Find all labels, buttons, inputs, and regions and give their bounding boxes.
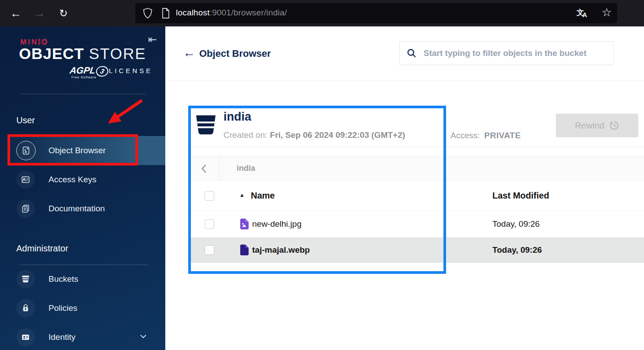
- divider: [189, 147, 644, 147]
- table-row[interactable]: new-delhi.jpg Today, 09:26: [189, 210, 644, 237]
- sidebar-item-buckets[interactable]: Buckets: [0, 265, 165, 294]
- page-icon: [161, 7, 171, 21]
- url-host: localhost: [176, 8, 210, 17]
- bookmark-star-icon[interactable]: ☆: [602, 6, 612, 19]
- breadcrumb-path[interactable]: india: [237, 164, 255, 173]
- sidebar-item-label: Object Browser: [48, 146, 106, 155]
- objects-table: ▲ Name Last Modified new-delhi.jpg Today…: [189, 181, 644, 263]
- bucket-created: Created on:Fri, Sep 06 2024 09:22:03 (GM…: [223, 130, 405, 140]
- main-content: ← Object Browser india Created on:Fri, S…: [165, 26, 644, 350]
- object-store-wordmark: OBJECT STORE: [19, 45, 146, 63]
- browser-forward-icon[interactable]: →: [30, 0, 49, 26]
- rewind-button[interactable]: Rewind: [556, 114, 638, 137]
- browser-chrome: ← → ↻ localhost:9001/browser/india/ 文 A …: [0, 0, 644, 26]
- sidebar-item-documentation[interactable]: Documentation: [0, 194, 165, 223]
- search-input[interactable]: [423, 42, 610, 64]
- table-header-row: ▲ Name Last Modified: [189, 181, 644, 210]
- object-filter-searchbox: [399, 41, 614, 65]
- sidebar-item-identity[interactable]: Identity: [0, 323, 165, 350]
- sidebar: MINIO OBJECT STORE AGPL3 Free Software L…: [0, 26, 165, 350]
- bucket-icon: [195, 115, 216, 137]
- breadcrumb-back-chevron[interactable]: [189, 156, 220, 181]
- sidebar-item-object-browser[interactable]: Object Browser: [0, 136, 165, 165]
- browser-back-icon[interactable]: ←: [6, 0, 26, 26]
- column-header-last-modified[interactable]: Last Modified: [492, 191, 549, 201]
- browser-reload-icon[interactable]: ↻: [54, 0, 73, 26]
- select-all-checkbox[interactable]: [205, 191, 214, 201]
- url-text[interactable]: localhost:9001/browser/india/: [176, 8, 287, 18]
- object-last-modified: Today, 09:26: [492, 219, 540, 229]
- section-label-administrator: Administrator: [16, 243, 68, 254]
- sidebar-item-label: Identity: [48, 332, 75, 342]
- search-icon: [406, 48, 417, 59]
- sort-ascending-icon[interactable]: ▲: [239, 192, 245, 198]
- sidebar-item-label: Policies: [48, 303, 77, 313]
- row-checkbox[interactable]: [205, 245, 214, 255]
- object-last-modified: Today, 09:26: [492, 245, 542, 255]
- object-browser-icon: [16, 141, 36, 160]
- identity-icon: [16, 328, 35, 346]
- table-row[interactable]: taj-majal.webp Today, 09:26: [189, 237, 644, 263]
- rewind-history-icon: [609, 120, 619, 131]
- bucket-name: india: [223, 110, 251, 124]
- column-header-name[interactable]: Name: [251, 191, 275, 201]
- object-name[interactable]: taj-majal.webp: [252, 245, 310, 255]
- divider: [165, 81, 644, 81]
- agpl-badge: AGPL3: [69, 65, 109, 77]
- sidebar-item-label: Buckets: [48, 274, 78, 284]
- access-keys-icon: [16, 170, 35, 189]
- license-label: LICENSE: [109, 67, 153, 74]
- object-name[interactable]: new-delhi.jpg: [252, 219, 302, 229]
- sidebar-item-label: Documentation: [48, 204, 105, 214]
- shield-icon[interactable]: [142, 7, 153, 21]
- minio-console-page: ← → ↻ localhost:9001/browser/india/ 文 A …: [0, 0, 644, 350]
- sidebar-collapse-icon[interactable]: ⇤: [148, 33, 157, 46]
- sidebar-item-policies[interactable]: Policies: [0, 294, 165, 323]
- sidebar-item-label: Access Keys: [48, 175, 97, 184]
- document-file-icon: [239, 244, 249, 258]
- breadcrumb-bar: india: [189, 156, 644, 181]
- page-back-icon[interactable]: ←: [183, 46, 195, 60]
- documentation-icon: [16, 199, 35, 218]
- agpl-badge-subtext: Free Software: [71, 76, 97, 79]
- url-path: :9001/browser/india/: [210, 8, 287, 17]
- access-value-badge: PRIVATE: [484, 131, 521, 140]
- address-bar[interactable]: localhost:9001/browser/india/ 文 A ☆: [135, 3, 617, 23]
- bucket-access: Access:PRIVATE: [450, 131, 521, 140]
- section-label-user: User: [16, 115, 35, 125]
- image-file-icon: [239, 218, 249, 232]
- page-title: Object Browser: [199, 48, 271, 59]
- row-checkbox[interactable]: [205, 219, 214, 229]
- translate-icon[interactable]: 文 A: [577, 7, 592, 20]
- buckets-icon: [16, 270, 35, 288]
- divider: [20, 94, 145, 94]
- sidebar-item-access-keys[interactable]: Access Keys: [0, 165, 165, 194]
- policies-icon: [16, 299, 35, 317]
- chevron-down-icon[interactable]: [139, 333, 148, 341]
